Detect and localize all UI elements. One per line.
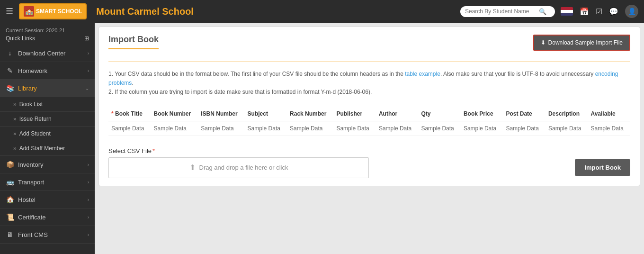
chevron-right-icon: › [88, 68, 89, 73]
cell-book-title: Sample Data [108, 121, 151, 136]
download-sample-button[interactable]: ⬇ Download Sample Import File [533, 35, 630, 51]
col-description: Description [546, 107, 588, 121]
cell-isbn-number: Sample Data [198, 121, 244, 136]
download-btn-label: Download Sample Import File [548, 39, 623, 46]
sidebar-item-issue-return[interactable]: Issue Return [0, 112, 95, 127]
sidebar-item-download-center[interactable]: ↓ Download Center › [0, 45, 95, 62]
transport-icon: 🚌 [6, 178, 14, 186]
col-book-price: Book Price [461, 107, 503, 121]
search-icon[interactable]: 🔍 [539, 8, 546, 15]
hamburger-icon[interactable]: ☰ [6, 6, 13, 17]
file-dropzone[interactable]: ⬆ Drag and drop a file here or click [108, 157, 369, 178]
flag-icon[interactable] [561, 7, 573, 16]
school-name: Mount Carmel School [96, 6, 455, 17]
logo-text: SMART SCHOOL [36, 8, 82, 15]
import-table: Book Title Book Number ISBN Number Subje… [108, 107, 630, 136]
import-btn-label: Import Book [584, 164, 621, 171]
whatsapp-icon[interactable]: 💬 [609, 7, 618, 16]
chevron-right-icon: › [88, 232, 89, 237]
chevron-right-icon: › [88, 180, 89, 185]
cell-publisher: Sample Data [333, 121, 376, 136]
sidebar-item-label: Front CMS [18, 231, 48, 238]
csv-label: Select CSV File * [108, 147, 630, 154]
page-title: Import Book [108, 35, 159, 49]
sidebar-item-front-cms[interactable]: 🖥 Front CMS › [0, 226, 95, 244]
search-box[interactable]: 🔍 [460, 6, 555, 17]
col-book-title: Book Title [108, 107, 151, 121]
upload-icon: ⬆ [189, 163, 196, 172]
sidebar-sub-label: Issue Return [19, 116, 52, 122]
sidebar-item-label: Transport [18, 179, 44, 186]
table-row: Sample Data Sample Data Sample Data Samp… [108, 121, 630, 136]
sidebar-item-library[interactable]: 📚 Library ⌄ [0, 80, 95, 97]
instruction-1: 1. Your CSV data should be in the format… [108, 70, 630, 88]
table-example-link[interactable]: table example [405, 71, 440, 77]
table-header-row: Book Title Book Number ISBN Number Subje… [108, 107, 630, 121]
sidebar-item-certificate[interactable]: 📜 Certificate › [0, 209, 95, 226]
col-author: Author [376, 107, 419, 121]
nav-icons: 📅 ☑ 💬 👤 [561, 5, 638, 18]
chevron-right-icon: › [88, 162, 89, 167]
logo-icon: 🏫 [24, 6, 34, 17]
navbar: ☰ 🏫 SMART SCHOOL Mount Carmel School 🔍 📅… [0, 0, 644, 23]
grid-icon[interactable]: ⊞ [84, 35, 89, 42]
sidebar-item-book-list[interactable]: Book List [0, 97, 95, 112]
required-marker: * [152, 147, 155, 154]
sidebar-item-transport[interactable]: 🚌 Transport › [0, 173, 95, 191]
sidebar-sub-label: Add Staff Member [19, 145, 65, 152]
chevron-right-icon: › [88, 51, 89, 56]
sidebar: Current Session: 2020-21 Quick Links ⊞ ↓… [0, 23, 95, 254]
encoding-link[interactable]: encoding problems [108, 71, 618, 86]
cell-rack-number: Sample Data [287, 121, 333, 136]
cell-book-price: Sample Data [461, 121, 503, 136]
inventory-icon: 📦 [6, 161, 14, 168]
sidebar-item-label: Inventory [18, 161, 43, 168]
certificate-icon: 📜 [6, 213, 14, 221]
quick-links: Quick Links ⊞ [0, 34, 95, 45]
sidebar-item-add-student[interactable]: Add Student [0, 127, 95, 141]
cms-icon: 🖥 [6, 231, 14, 238]
homework-icon: ✎ [6, 67, 14, 74]
instructions: 1. Your CSV data should be in the format… [108, 70, 630, 97]
search-input[interactable] [465, 8, 536, 15]
col-publisher: Publisher [333, 107, 376, 121]
sidebar-item-label: Certificate [18, 214, 46, 221]
col-book-number: Book Number [151, 107, 198, 121]
cell-available: Sample Data [588, 121, 630, 136]
session-label: Current Session: 2020-21 [0, 25, 95, 34]
col-rack-number: Rack Number [287, 107, 333, 121]
sidebar-item-inventory[interactable]: 📦 Inventory › [0, 156, 95, 173]
csv-footer: ⬆ Drag and drop a file here or click Imp… [108, 157, 630, 178]
import-book-button[interactable]: Import Book [575, 159, 630, 176]
cell-qty: Sample Data [418, 121, 461, 136]
sidebar-item-label: Hostel [18, 196, 36, 203]
quick-links-label: Quick Links [6, 35, 35, 42]
chevron-right-icon: › [88, 197, 89, 202]
sidebar-item-add-staff-member[interactable]: Add Staff Member [0, 141, 95, 156]
csv-section: Select CSV File * ⬆ Drag and drop a file… [108, 147, 630, 178]
download-icon: ↓ [6, 49, 14, 57]
logo: 🏫 SMART SCHOOL [19, 3, 87, 19]
library-icon: 📚 [6, 84, 14, 92]
sidebar-sub-label: Add Student [19, 130, 51, 137]
sidebar-item-label: Homework [18, 67, 47, 74]
instruction-2: 2. If the column you are trying to impor… [108, 88, 630, 97]
cell-post-date: Sample Data [503, 121, 546, 136]
col-subject: Subject [245, 107, 287, 121]
content-inner: Import Book ⬇ Download Sample Import Fil… [98, 27, 640, 186]
chevron-down-icon: ⌄ [85, 86, 89, 91]
page-header: Import Book ⬇ Download Sample Import Fil… [108, 35, 630, 62]
cell-book-number: Sample Data [151, 121, 198, 136]
sidebar-item-label: Download Center [18, 50, 65, 57]
col-post-date: Post Date [503, 107, 546, 121]
calendar-icon[interactable]: 📅 [580, 7, 589, 16]
sidebar-item-label: Library [18, 85, 37, 92]
sidebar-sub-label: Book List [19, 101, 43, 108]
sidebar-item-homework[interactable]: ✎ Homework › [0, 62, 95, 80]
cell-author: Sample Data [376, 121, 419, 136]
checkbox-icon[interactable]: ☑ [596, 7, 602, 16]
dropzone-text: Drag and drop a file here or click [199, 164, 288, 171]
col-isbn-number: ISBN Number [198, 107, 244, 121]
sidebar-item-hostel[interactable]: 🏠 Hostel › [0, 191, 95, 209]
avatar[interactable]: 👤 [625, 5, 638, 18]
